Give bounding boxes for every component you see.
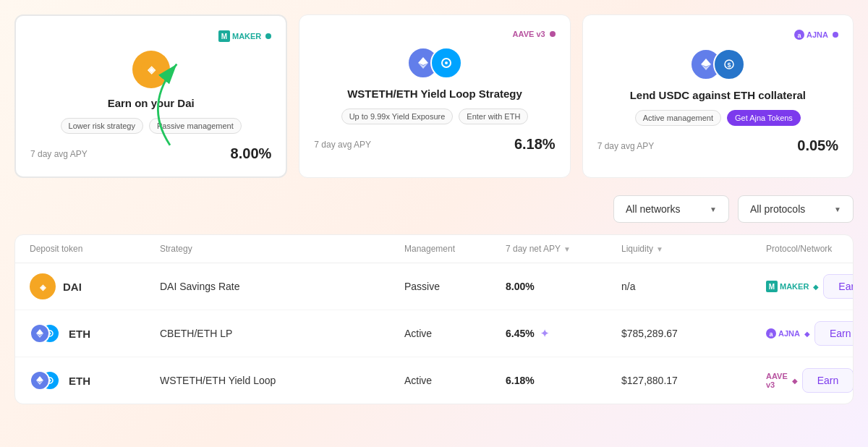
card-protocol-aave: AAVE v3 [314, 30, 555, 38]
passive-tag: Passive management [149, 118, 242, 134]
usdc-apy-row: 7 day avg APY 0.05% [597, 137, 838, 154]
card-protocol-maker: M MAKER [30, 30, 271, 42]
wsteth-apy-value: 6.18% [514, 136, 556, 153]
dai-card-tags: Lower risk strategy Passive management [30, 118, 271, 134]
eth-cbeth-token-icon [30, 320, 61, 346]
token-cell-eth-cbeth: ETH [30, 320, 160, 346]
maker-icon: M [218, 30, 230, 42]
th-apy: 7 day net APY ▼ [506, 244, 621, 254]
wsteth-card-tags: Up to 9.99x Yield Exposure Enter with ET… [314, 108, 555, 124]
eth-icon-row2 [30, 323, 50, 344]
table-header: Deposit token Strategy Management 7 day … [15, 235, 853, 263]
aave-eth-indicator: ◆ [792, 377, 798, 385]
liquidity-sort-icon: ▼ [656, 245, 663, 253]
th-protocol: Protocol/Network [766, 244, 838, 254]
management-cell-wsteth: Active [404, 375, 506, 386]
card-icon-area-3: $ [597, 48, 838, 80]
lower-risk-tag: Lower risk strategy [61, 118, 143, 134]
eth-icon-row3 [30, 370, 50, 391]
ajna-protocol-logo: a AJNA [766, 328, 800, 339]
ajna-eth-indicator: ◆ [804, 330, 810, 338]
wsteth-apy-label: 7 day avg APY [314, 140, 371, 150]
token-cell-eth-wsteth: ETH [30, 367, 160, 393]
wsteth-icon [430, 47, 462, 79]
aave-logo: AAVE v3 [513, 30, 545, 38]
protocol-aave: AAVE v3 ◆ Earn [766, 368, 838, 393]
dai-apy-value: 8.00% [231, 145, 272, 162]
wsteth-earn-card[interactable]: AAVE v3 WSTETH/ETH Yield Loop Strategy U… [299, 14, 570, 178]
featured-cards: M MAKER ◈ Earn on your Dai Lower risk st… [14, 14, 854, 178]
protocol-cell-wsteth: AAVE v3 ◆ Earn [766, 368, 838, 393]
card-protocol-ajna: a AJNA [597, 30, 838, 40]
maker-protocol-logo: M MAKER [766, 281, 809, 292]
enter-eth-tag: Enter with ETH [459, 108, 528, 124]
token-cell-dai: ◈ DAI [30, 273, 160, 299]
usdc-apy-value: 0.05% [797, 137, 838, 154]
eth-token-name-3: ETH [69, 375, 90, 387]
yield-exposure-tag: Up to 9.99x Yield Exposure [341, 108, 454, 124]
earn-table: Deposit token Strategy Management 7 day … [14, 234, 854, 404]
card-icon-area: ◈ [30, 51, 271, 88]
eth-wsteth-token-icon [30, 367, 61, 393]
table-row: ETH WSTETH/ETH Yield Loop Active 6.18% $… [15, 357, 853, 404]
filter-row: All networks ▼ All protocols ▼ [14, 195, 854, 223]
svg-marker-15 [36, 329, 43, 335]
protocol-maker: M MAKER ◆ Earn [766, 274, 838, 299]
networks-filter[interactable]: All networks ▼ [613, 195, 729, 223]
eth-token-name-2: ETH [69, 328, 90, 340]
liquidity-cell-wsteth: $127,880.17 [621, 375, 766, 386]
th-management: Management [404, 244, 506, 254]
aave-dot [550, 31, 556, 37]
wsteth-card-title: WSTETH/ETH Yield Loop Strategy [314, 88, 555, 100]
protocol-cell-dai: M MAKER ◆ Earn [766, 274, 838, 299]
liquidity-cell-cbeth: $785,289.67 [621, 328, 766, 339]
dai-icon: ◈ [132, 51, 170, 88]
earn-button-dai[interactable]: Earn [823, 274, 854, 299]
ajna-logo-card: a AJNA [794, 30, 828, 40]
eth-dot [265, 33, 271, 39]
apy-cell-cbeth: 6.45% ✦ [506, 328, 621, 339]
dai-apy-row: 7 day avg APY 8.00% [30, 145, 271, 162]
eth-usdc-icon: $ [690, 48, 745, 80]
apy-cell-dai: 8.00% [506, 281, 621, 292]
wsteth-apy-row: 7 day avg APY 6.18% [314, 136, 555, 153]
protocol-cell-cbeth: a AJNA ◆ Earn [766, 321, 838, 346]
strategy-cell-wsteth: WSTETH/ETH Yield Loop [160, 375, 404, 386]
apy-sort-icon: ▼ [563, 245, 571, 253]
usdc-icon: $ [713, 48, 745, 80]
th-strategy: Strategy [160, 244, 404, 254]
apy-cell-wsteth: 6.18% [506, 375, 621, 386]
th-deposit-token: Deposit token [30, 244, 160, 254]
networks-label: All networks [626, 203, 680, 215]
dai-token-icon: ◈ [30, 273, 56, 299]
dai-card-title: Earn on your Dai [30, 97, 271, 109]
protocol-ajna: a AJNA ◆ Earn [766, 321, 838, 346]
table-row: ◈ DAI DAI Savings Rate Passive 8.00% n/a… [15, 263, 853, 310]
protocols-chevron-icon: ▼ [834, 205, 841, 213]
usdc-card-title: Lend USDC against ETH collateral [597, 89, 838, 101]
protocols-label: All protocols [750, 203, 805, 215]
earn-button-cbeth[interactable]: Earn [814, 321, 854, 346]
sparkle-icon: ✦ [540, 328, 549, 339]
dai-earn-card[interactable]: M MAKER ◈ Earn on your Dai Lower risk st… [14, 14, 287, 178]
eth-wsteth-icon [407, 47, 462, 79]
strategy-cell-dai: DAI Savings Rate [160, 281, 404, 292]
svg-point-5 [445, 61, 448, 64]
dai-apy-label: 7 day avg APY [30, 149, 88, 159]
get-ajna-tag: Get Ajna Tokens [727, 110, 801, 126]
protocols-filter[interactable]: All protocols ▼ [738, 195, 854, 223]
svg-text:◈: ◈ [146, 64, 156, 75]
svg-text:$: $ [728, 61, 731, 69]
svg-text:◈: ◈ [39, 283, 46, 291]
svg-marker-21 [36, 376, 43, 382]
dai-token-name: DAI [63, 281, 82, 293]
networks-chevron-icon: ▼ [710, 205, 717, 213]
aave-protocol-logo: AAVE v3 [766, 372, 788, 389]
ajna-dot [833, 32, 838, 38]
maker-logo: M MAKER [218, 30, 261, 42]
card-icon-area-2 [314, 47, 555, 79]
active-mgmt-tag: Active management [635, 110, 721, 126]
usdc-lend-card[interactable]: a AJNA $ Lend USDC against ETH collatera… [582, 14, 854, 178]
earn-button-wsteth[interactable]: Earn [802, 368, 854, 393]
strategy-cell-cbeth: CBETH/ETH LP [160, 328, 404, 339]
